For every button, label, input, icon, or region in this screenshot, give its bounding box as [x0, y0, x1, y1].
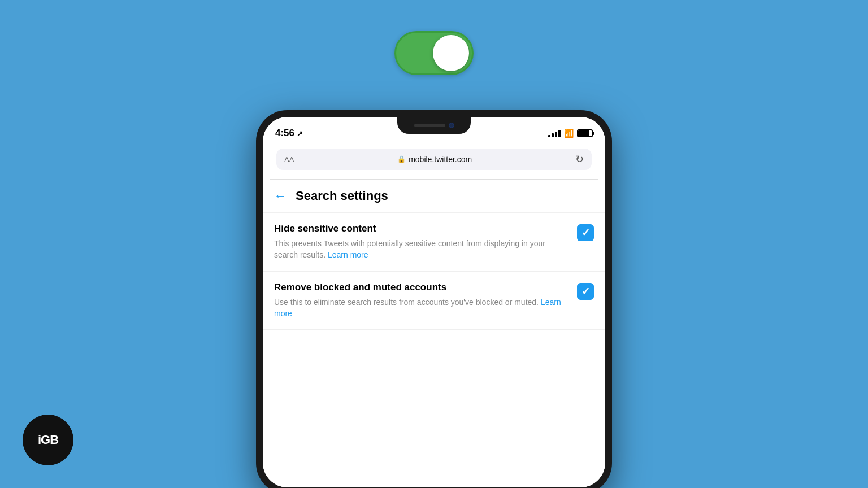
camera-icon: [449, 123, 454, 128]
settings-item-remove-blocked: Remove blocked and muted accounts Use th…: [263, 272, 605, 330]
toggle-knob: [433, 35, 469, 71]
igb-logo: iGB: [23, 415, 73, 465]
browser-bar[interactable]: AA 🔒 mobile.twitter.com ↻: [276, 149, 592, 170]
phone-frame: 4:56 ↗ 📶: [256, 110, 612, 488]
signal-bars-icon: [548, 129, 561, 137]
settings-item-desc-1: This prevents Tweets with potentially se…: [274, 238, 568, 261]
browser-aa-button[interactable]: AA: [284, 155, 294, 164]
back-button[interactable]: ←: [274, 189, 287, 203]
page-header: ← Search settings: [263, 180, 605, 213]
settings-item-text-2: Remove blocked and muted accounts Use th…: [274, 282, 568, 320]
status-icons: 📶: [548, 129, 593, 138]
location-arrow-icon: ↗: [297, 129, 303, 138]
checkbox-hide-sensitive[interactable]: ✓: [577, 224, 594, 241]
checkmark-icon-1: ✓: [581, 226, 590, 239]
wifi-icon: 📶: [564, 129, 574, 138]
notch: [397, 117, 471, 134]
refresh-icon[interactable]: ↻: [575, 153, 584, 165]
settings-item-label-1: Hide sensitive content: [274, 223, 568, 234]
checkmark-icon-2: ✓: [581, 285, 590, 298]
settings-item-text-1: Hide sensitive content This prevents Twe…: [274, 223, 568, 261]
lock-icon: 🔒: [397, 155, 406, 163]
page-title: Search settings: [296, 189, 388, 203]
browser-bar-wrapper: AA 🔒 mobile.twitter.com ↻: [263, 146, 605, 175]
status-time: 4:56 ↗: [275, 128, 303, 139]
content-area: ← Search settings Hide sensitive content…: [263, 180, 605, 487]
speaker-icon: [414, 124, 445, 127]
toggle-container: [394, 31, 474, 75]
learn-more-link-1[interactable]: Learn more: [328, 250, 368, 259]
battery-icon: [577, 129, 593, 137]
status-bar: 4:56 ↗ 📶: [263, 117, 605, 146]
settings-item-desc-2: Use this to eliminate search results fro…: [274, 297, 568, 320]
browser-url: 🔒 mobile.twitter.com: [397, 155, 472, 164]
toggle-switch[interactable]: [394, 31, 474, 75]
settings-item-hide-sensitive: Hide sensitive content This prevents Twe…: [263, 213, 605, 272]
settings-item-label-2: Remove blocked and muted accounts: [274, 282, 568, 293]
phone-screen: 4:56 ↗ 📶: [263, 117, 605, 487]
checkbox-remove-blocked[interactable]: ✓: [577, 283, 594, 300]
